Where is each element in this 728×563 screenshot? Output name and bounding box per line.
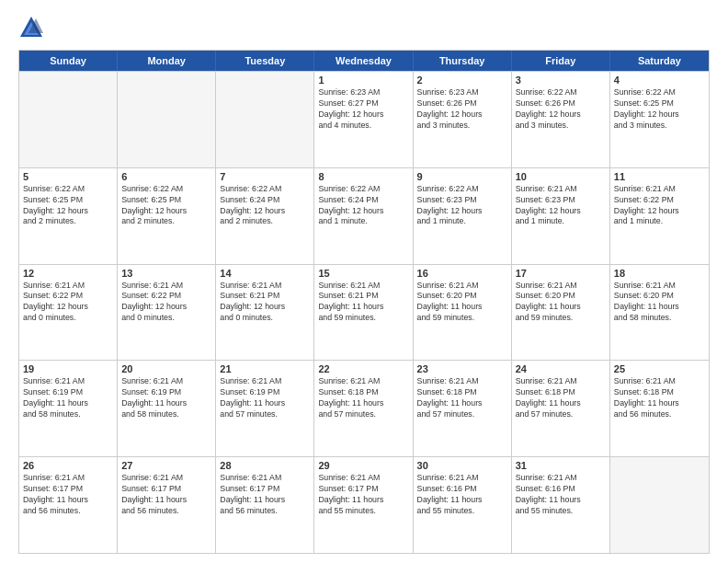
logo-icon [18, 15, 44, 40]
day-number: 15 [318, 268, 408, 279]
day-number: 18 [614, 268, 705, 279]
calendar-cell-day-7: 7Sunrise: 6:22 AM Sunset: 6:24 PM Daylig… [216, 168, 314, 264]
calendar-cell-day-21: 21Sunrise: 6:21 AM Sunset: 6:19 PM Dayli… [216, 361, 314, 456]
calendar-cell-day-25: 25Sunrise: 6:21 AM Sunset: 6:18 PM Dayli… [610, 361, 709, 456]
day-number: 29 [318, 460, 408, 471]
day-info: Sunrise: 6:21 AM Sunset: 6:20 PM Dayligh… [417, 281, 507, 325]
calendar-cell-day-22: 22Sunrise: 6:21 AM Sunset: 6:18 PM Dayli… [314, 361, 413, 456]
day-info: Sunrise: 6:23 AM Sunset: 6:27 PM Dayligh… [318, 87, 408, 132]
day-number: 13 [121, 268, 211, 279]
calendar-cell-day-11: 11Sunrise: 6:21 AM Sunset: 6:22 PM Dayli… [610, 168, 709, 264]
day-number: 28 [220, 460, 310, 471]
day-info: Sunrise: 6:22 AM Sunset: 6:25 PM Dayligh… [614, 87, 705, 132]
day-info: Sunrise: 6:21 AM Sunset: 6:17 PM Dayligh… [23, 473, 113, 517]
calendar-cell-day-27: 27Sunrise: 6:21 AM Sunset: 6:17 PM Dayli… [118, 457, 216, 553]
day-number: 10 [516, 171, 606, 182]
calendar-cell-day-2: 2Sunrise: 6:23 AM Sunset: 6:26 PM Daylig… [414, 72, 512, 167]
calendar-cell-day-14: 14Sunrise: 6:21 AM Sunset: 6:21 PM Dayli… [216, 265, 314, 361]
header-day-friday: Friday [512, 51, 610, 71]
day-info: Sunrise: 6:21 AM Sunset: 6:18 PM Dayligh… [318, 376, 408, 420]
day-info: Sunrise: 6:21 AM Sunset: 6:16 PM Dayligh… [417, 473, 507, 517]
day-info: Sunrise: 6:21 AM Sunset: 6:16 PM Dayligh… [516, 473, 606, 517]
day-number: 27 [121, 460, 211, 471]
day-info: Sunrise: 6:21 AM Sunset: 6:22 PM Dayligh… [121, 281, 211, 325]
day-info: Sunrise: 6:21 AM Sunset: 6:17 PM Dayligh… [121, 473, 211, 517]
day-number: 30 [417, 460, 507, 471]
day-info: Sunrise: 6:21 AM Sunset: 6:19 PM Dayligh… [23, 376, 113, 420]
header [18, 15, 710, 40]
calendar-cell-day-12: 12Sunrise: 6:21 AM Sunset: 6:22 PM Dayli… [19, 265, 118, 361]
header-day-wednesday: Wednesday [314, 51, 413, 71]
header-day-sunday: Sunday [19, 51, 118, 71]
day-number: 24 [516, 363, 606, 374]
calendar-row-2: 5Sunrise: 6:22 AM Sunset: 6:25 PM Daylig… [19, 167, 709, 264]
day-number: 3 [516, 75, 606, 86]
day-number: 14 [220, 268, 310, 279]
day-info: Sunrise: 6:22 AM Sunset: 6:24 PM Dayligh… [220, 184, 310, 228]
calendar-cell-empty [118, 72, 216, 167]
calendar-cell-empty [610, 457, 709, 553]
calendar-cell-day-26: 26Sunrise: 6:21 AM Sunset: 6:17 PM Dayli… [19, 457, 118, 553]
calendar-cell-day-6: 6Sunrise: 6:22 AM Sunset: 6:25 PM Daylig… [118, 168, 216, 264]
calendar-cell-empty [19, 72, 118, 167]
header-day-thursday: Thursday [414, 51, 512, 71]
day-info: Sunrise: 6:21 AM Sunset: 6:18 PM Dayligh… [516, 376, 606, 420]
calendar: SundayMondayTuesdayWednesdayThursdayFrid… [18, 50, 710, 554]
calendar-cell-day-4: 4Sunrise: 6:22 AM Sunset: 6:25 PM Daylig… [610, 72, 709, 167]
day-number: 21 [220, 363, 310, 374]
day-info: Sunrise: 6:22 AM Sunset: 6:25 PM Dayligh… [23, 184, 113, 228]
day-info: Sunrise: 6:21 AM Sunset: 6:20 PM Dayligh… [516, 281, 606, 325]
calendar-body: 1Sunrise: 6:23 AM Sunset: 6:27 PM Daylig… [19, 71, 709, 553]
day-number: 17 [516, 268, 606, 279]
logo [18, 15, 48, 40]
calendar-row-3: 12Sunrise: 6:21 AM Sunset: 6:22 PM Dayli… [19, 264, 709, 361]
day-number: 12 [23, 268, 113, 279]
day-number: 25 [614, 363, 705, 374]
day-number: 16 [417, 268, 507, 279]
calendar-cell-day-23: 23Sunrise: 6:21 AM Sunset: 6:18 PM Dayli… [414, 361, 512, 456]
day-info: Sunrise: 6:21 AM Sunset: 6:21 PM Dayligh… [318, 281, 408, 325]
calendar-cell-day-20: 20Sunrise: 6:21 AM Sunset: 6:19 PM Dayli… [118, 361, 216, 456]
calendar-cell-day-3: 3Sunrise: 6:22 AM Sunset: 6:26 PM Daylig… [512, 72, 610, 167]
day-number: 19 [23, 363, 113, 374]
calendar-cell-day-8: 8Sunrise: 6:22 AM Sunset: 6:24 PM Daylig… [314, 168, 413, 264]
day-number: 4 [614, 75, 705, 86]
day-number: 31 [516, 460, 606, 471]
calendar-cell-day-15: 15Sunrise: 6:21 AM Sunset: 6:21 PM Dayli… [314, 265, 413, 361]
header-day-tuesday: Tuesday [216, 51, 314, 71]
calendar-cell-day-9: 9Sunrise: 6:22 AM Sunset: 6:23 PM Daylig… [414, 168, 512, 264]
day-number: 26 [23, 460, 113, 471]
day-number: 8 [318, 171, 408, 182]
day-number: 6 [121, 171, 211, 182]
day-info: Sunrise: 6:22 AM Sunset: 6:23 PM Dayligh… [417, 184, 507, 228]
day-number: 11 [614, 171, 705, 182]
day-number: 1 [318, 75, 408, 86]
header-day-monday: Monday [118, 51, 216, 71]
calendar-cell-day-1: 1Sunrise: 6:23 AM Sunset: 6:27 PM Daylig… [314, 72, 413, 167]
day-info: Sunrise: 6:21 AM Sunset: 6:18 PM Dayligh… [614, 376, 705, 420]
calendar-cell-day-13: 13Sunrise: 6:21 AM Sunset: 6:22 PM Dayli… [118, 265, 216, 361]
calendar-cell-day-16: 16Sunrise: 6:21 AM Sunset: 6:20 PM Dayli… [414, 265, 512, 361]
day-number: 7 [220, 171, 310, 182]
calendar-cell-day-17: 17Sunrise: 6:21 AM Sunset: 6:20 PM Dayli… [512, 265, 610, 361]
calendar-cell-day-10: 10Sunrise: 6:21 AM Sunset: 6:23 PM Dayli… [512, 168, 610, 264]
calendar-cell-empty [216, 72, 314, 167]
page: SundayMondayTuesdayWednesdayThursdayFrid… [0, 0, 728, 563]
calendar-header: SundayMondayTuesdayWednesdayThursdayFrid… [19, 51, 709, 71]
calendar-cell-day-31: 31Sunrise: 6:21 AM Sunset: 6:16 PM Dayli… [512, 457, 610, 553]
day-info: Sunrise: 6:21 AM Sunset: 6:21 PM Dayligh… [220, 281, 310, 325]
day-info: Sunrise: 6:21 AM Sunset: 6:19 PM Dayligh… [220, 376, 310, 420]
header-day-saturday: Saturday [610, 51, 709, 71]
day-info: Sunrise: 6:21 AM Sunset: 6:22 PM Dayligh… [23, 281, 113, 325]
day-info: Sunrise: 6:21 AM Sunset: 6:19 PM Dayligh… [121, 376, 211, 420]
day-number: 2 [417, 75, 507, 86]
calendar-cell-day-18: 18Sunrise: 6:21 AM Sunset: 6:20 PM Dayli… [610, 265, 709, 361]
calendar-cell-day-24: 24Sunrise: 6:21 AM Sunset: 6:18 PM Dayli… [512, 361, 610, 456]
calendar-cell-day-5: 5Sunrise: 6:22 AM Sunset: 6:25 PM Daylig… [19, 168, 118, 264]
day-number: 9 [417, 171, 507, 182]
calendar-row-4: 19Sunrise: 6:21 AM Sunset: 6:19 PM Dayli… [19, 360, 709, 456]
calendar-row-1: 1Sunrise: 6:23 AM Sunset: 6:27 PM Daylig… [19, 71, 709, 167]
day-info: Sunrise: 6:21 AM Sunset: 6:17 PM Dayligh… [318, 473, 408, 517]
day-number: 22 [318, 363, 408, 374]
calendar-row-5: 26Sunrise: 6:21 AM Sunset: 6:17 PM Dayli… [19, 456, 709, 553]
